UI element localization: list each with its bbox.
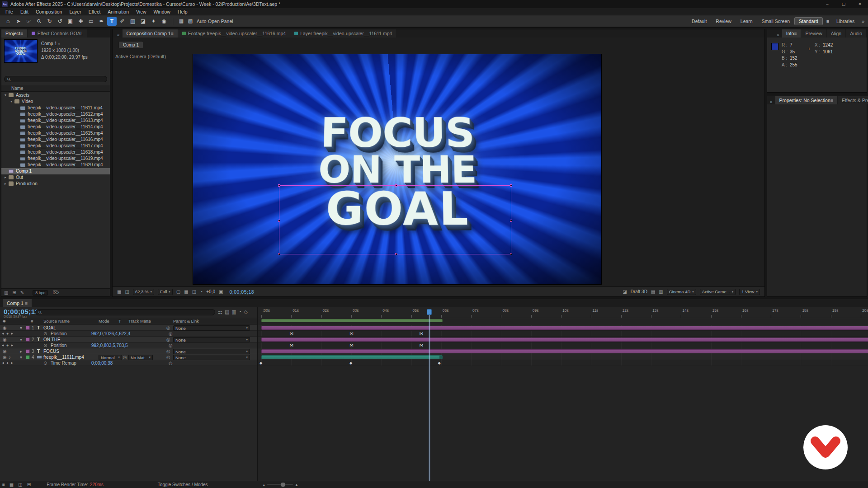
chevron-right-icon[interactable]: ▸ [20,348,22,354]
toggle-switches-label[interactable]: Toggle Switches / Modes [158,482,208,487]
camera-icon[interactable]: ▣ [219,289,223,294]
active-camera-label[interactable]: Active Camera (Default) [115,54,166,59]
keyframe-navigator[interactable]: ◀ ◆ ▶ [2,343,14,348]
workspace-review[interactable]: Review [712,18,735,25]
resolution-dropdown[interactable]: Full▾ [158,289,173,295]
tree-item-freepik-video-upscaler-11620-mp4[interactable]: freepik__video-upscaler__11620.mp4 [1,162,110,168]
layer-name[interactable]: ON THE [43,337,61,343]
tab-effects-presets[interactable]: Effects & Presets [838,96,868,104]
property-row-position[interactable]: ◀ ◆ ▶⊙Position992,0,803,5,703,5◎ [0,343,258,348]
toolbar-overflow-icon[interactable]: » [858,19,868,24]
layer-selection-box[interactable] [279,185,512,254]
layer-row-on-the[interactable]: ◉▾2TON THE◎None▾ [0,337,258,343]
layer-visibility-eye-icon[interactable]: ◉ [3,354,7,360]
tree-item-out[interactable]: ▸Out [1,174,110,181]
keyframe-diamond-icon[interactable]: ◆ [349,360,352,366]
draft-3d-icon[interactable]: ◇ [244,309,247,315]
tree-item-freepik-video-upscaler-11611-mp4[interactable]: freepik__video-upscaler__11611.mp4 [1,105,110,111]
tree-item-freepik-video-upscaler-11616-mp4[interactable]: freepik__video-upscaler__11616.mp4 [1,136,110,143]
layer-color-swatch[interactable] [26,326,30,330]
timeline-zoom-slider[interactable] [267,484,293,485]
property-track-row[interactable]: ⋈⋈⋈ [258,343,868,348]
panel-menu-icon[interactable]: ≡ [830,98,833,103]
tab-composition-comp-1[interactable]: Composition Comp 1 ≡ [123,29,178,38]
interpret-footage-icon[interactable]: ▥ [4,290,8,295]
tree-item-freepik-video-upscaler-11617-mp4[interactable]: freepik__video-upscaler__11617.mp4 [1,143,110,149]
chevron-down-icon[interactable]: ▾ [9,99,14,105]
menu-item-window[interactable]: Window [150,9,174,14]
matte-pickwhip-icon[interactable]: ◎ [123,354,127,360]
keyframe-navigator[interactable]: ◀ ◆ ▶ [2,360,14,366]
timeline-ruler[interactable]: :00s01s02s03s04s05s06s07s08s09s10s11s12s… [258,307,868,318]
keyframe-hourglass-icon[interactable]: ⋈ [419,343,423,348]
chevron-right-icon[interactable]: ▸ [3,181,8,187]
workspace-default[interactable]: Default [688,18,711,25]
menu-item-help[interactable]: Help [174,9,191,14]
minimize-button[interactable]: – [819,0,835,8]
brush-tool-icon[interactable]: ✐ [118,17,127,26]
composition-flowchart-icon[interactable]: ⚏ [218,309,222,315]
grid-options-icon[interactable]: ▨ [186,17,194,26]
puppet-pin-tool-icon[interactable]: ◉ [159,17,169,26]
parent-link-dropdown[interactable]: None▾ [173,355,250,360]
parent-pickwhip-icon[interactable]: ◎ [166,348,170,354]
keyframe-hourglass-icon[interactable]: ⋈ [419,331,423,337]
tree-item-freepik-video-upscaler-11613-mp4[interactable]: freepik__video-upscaler__11613.mp4 [1,117,110,124]
tree-item-video[interactable]: ▾Video [1,99,110,105]
property-track-row[interactable]: ⋈⋈⋈ [258,331,868,337]
layer-track-row[interactable] [258,354,868,360]
viewport-timecode[interactable]: 0;00;05;18 [229,289,254,295]
parent-link-dropdown[interactable]: None▾ [173,337,250,343]
current-timecode[interactable]: 0;00;05;18 [4,308,39,315]
layer-visibility-eye-icon[interactable]: ◉ [3,325,7,331]
motion-blur-icon[interactable]: ▥ [231,309,236,315]
composition-viewport[interactable]: FOCUSON THEGOAL [193,54,601,284]
camera-dropdown[interactable]: Active Came...▾ [700,289,736,295]
menu-item-composition[interactable]: Composition [32,9,66,14]
layer-duration-bar[interactable] [261,349,868,353]
hand-tool-icon[interactable]: ☞ [24,17,33,26]
expression-pickwhip-icon[interactable]: ◎ [169,360,173,366]
draft-3d-label[interactable]: Draft 3D [631,289,647,294]
snapshot-icon[interactable]: ◫ [125,289,129,294]
type-tool-icon[interactable]: T [107,17,117,26]
layer-name[interactable]: freepik__11611.mp4 [43,354,84,360]
rotation-tool-icon[interactable]: ↺ [55,17,65,26]
parent-pickwhip-icon[interactable]: ◎ [166,354,170,360]
tab-align[interactable]: Align [827,29,845,38]
expression-pickwhip-icon[interactable]: ◎ [169,331,173,337]
layer-visibility-eye-icon[interactable]: ◉ [3,348,7,354]
layer-audio-icon[interactable]: ♪ [9,354,11,360]
exposure-icon[interactable]: ◔ [200,289,203,294]
menu-item-animation[interactable]: Animation [104,9,132,14]
selection-handle[interactable] [395,184,397,187]
panel-menu-icon[interactable]: ≡ [171,31,174,36]
column-source-name[interactable]: Source Name [43,318,70,324]
chevron-down-icon[interactable]: ▾ [20,337,22,343]
column-track-matte[interactable]: Track Matte [128,318,151,324]
parent-pickwhip-icon[interactable]: ◎ [166,325,170,331]
magnification-dropdown[interactable]: 62,3 %▾ [133,289,154,295]
workspace-learn[interactable]: Learn [736,18,757,25]
workspace-libraries[interactable]: Libraries [833,19,858,24]
flowchart-icon[interactable]: ▦ [117,289,121,294]
home-icon[interactable]: ⌂ [3,17,13,26]
chevron-down-icon[interactable]: ▾ [3,92,8,99]
layer-row-focus[interactable]: ◉▸3TFOCUS◎None▾ [0,348,258,354]
workspace-menu-icon[interactable]: ≡ [823,19,833,24]
work-area-bar[interactable] [261,319,443,322]
auto-open-panel-label[interactable]: Auto-Open Panel [197,19,233,24]
layer-color-swatch[interactable] [26,355,30,359]
menu-item-edit[interactable]: Edit [17,9,32,14]
parent-pickwhip-icon[interactable]: ◎ [166,337,170,343]
selection-tool-icon[interactable]: ➤ [14,17,23,26]
property-row-position[interactable]: ◀ ◆ ▶⊙Position992,0,1026,4,622,4◎ [0,331,258,337]
layer-duration-bar[interactable] [261,338,868,342]
selection-handle[interactable] [278,184,280,187]
keyframe-hourglass-icon[interactable]: ⋈ [289,343,293,348]
layer-duration-bar[interactable] [261,355,443,359]
timeline-search-input[interactable]: ⚲ [35,309,215,315]
clone-stamp-tool-icon[interactable]: ▥ [128,17,137,26]
statusbar-icon-2[interactable]: ▦ [9,482,14,487]
graph-editor-icon[interactable]: ◔ [239,309,242,315]
